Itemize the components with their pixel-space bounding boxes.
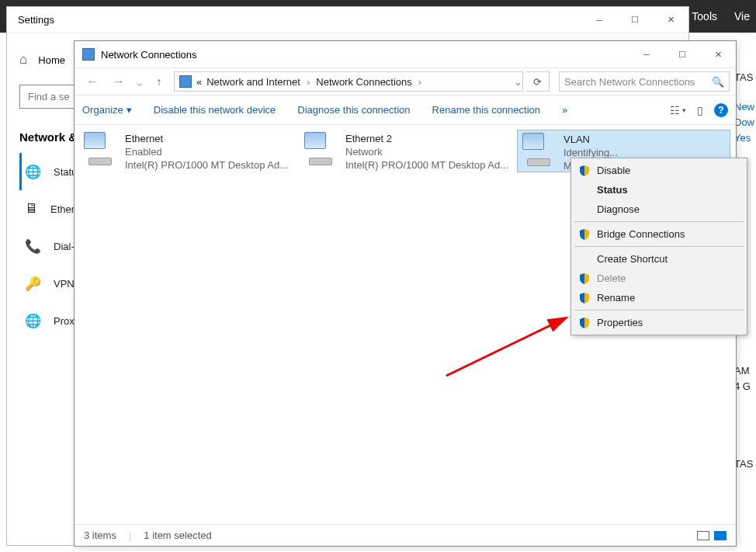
settings-close-button[interactable]: ✕: [653, 8, 688, 33]
preview-pane-button[interactable]: ▯: [697, 104, 703, 116]
ethernet-icon: 🖥: [25, 201, 38, 217]
settings-maximize-button[interactable]: ☐: [617, 8, 653, 33]
home-label: Home: [38, 54, 65, 66]
adapter-icon: [522, 133, 557, 168]
context-menu: Disable Status Diagnose Bridge Connectio…: [570, 158, 747, 335]
shield-icon: [579, 273, 590, 284]
search-input[interactable]: Search Network Connections 🔍: [559, 71, 730, 92]
menu-diagnose[interactable]: Diagnose: [571, 200, 747, 219]
nc-minimize-button[interactable]: ─: [629, 42, 664, 67]
adapter-ethernet2[interactable]: Ethernet 2 Network Intel(R) PRO/1000 MT …: [300, 130, 513, 172]
menu-separator: [574, 221, 744, 222]
nav-back-button[interactable]: ←: [81, 75, 104, 89]
address-bar[interactable]: « Network and Internet › Network Connect…: [174, 71, 523, 92]
adapter-ethernet[interactable]: Ethernet Enabled Intel(R) PRO/1000 MT De…: [79, 130, 293, 172]
nav-up-button[interactable]: ↑: [147, 75, 171, 88]
breadcrumb-segment[interactable]: Network and Internet: [206, 76, 300, 88]
vpn-icon: 🔑: [25, 276, 41, 292]
status-bar: 3 items | 1 item selected: [75, 524, 736, 546]
shield-icon: [579, 229, 590, 240]
search-icon: 🔍: [712, 76, 724, 88]
home-icon: ⌂: [19, 52, 27, 68]
diagnose-connection-button[interactable]: Diagnose this connection: [297, 104, 410, 116]
nav-forward-button[interactable]: →: [107, 75, 130, 89]
window-icon: [82, 48, 95, 61]
menu-disable[interactable]: Disable: [571, 161, 747, 180]
breadcrumb-separator: ›: [307, 76, 310, 88]
more-commands-button[interactable]: »: [562, 104, 567, 116]
window-title: Network Connections: [101, 49, 197, 61]
rename-connection-button[interactable]: Rename this connection: [432, 104, 540, 116]
breadcrumb-separator: ›: [418, 76, 421, 88]
adapter-device: Intel(R) PRO/1000 MT Desktop Ad...: [125, 158, 288, 172]
adapter-name: VLAN: [564, 133, 618, 146]
view-options-button[interactable]: ☷ ▾: [670, 104, 686, 116]
adapter-status: Network: [345, 145, 508, 158]
menu-separator: [574, 310, 744, 311]
item-count: 3 items: [84, 529, 116, 541]
breadcrumb-segment[interactable]: Network Connections: [316, 76, 412, 88]
status-separator: |: [129, 529, 131, 541]
selection-count: 1 item selected: [144, 529, 211, 541]
address-dropdown-icon[interactable]: ⌄: [514, 76, 522, 88]
menu-tools[interactable]: Tools: [692, 10, 717, 23]
settings-title: Settings: [18, 14, 54, 26]
shield-icon: [579, 165, 590, 176]
refresh-button[interactable]: ⟳: [526, 71, 550, 92]
view-details-button[interactable]: [697, 531, 709, 540]
nc-maximize-button[interactable]: ☐: [664, 42, 700, 67]
help-button[interactable]: ?: [714, 103, 728, 117]
adapter-icon: [304, 132, 339, 167]
chevron-down-icon: ▾: [127, 104, 132, 116]
shield-icon: [579, 318, 590, 328]
address-icon: [179, 75, 192, 88]
menu-delete: Delete: [571, 269, 747, 288]
menu-properties[interactable]: Properties: [571, 313, 747, 332]
breadcrumb-pre: «: [196, 76, 202, 88]
adapter-name: Ethernet: [125, 132, 288, 145]
menu-status[interactable]: Status: [571, 180, 747, 200]
menu-separator: [574, 246, 744, 247]
menu-rename[interactable]: Rename: [571, 288, 747, 307]
search-placeholder: Search Network Connections: [564, 76, 695, 88]
adapter-status: Enabled: [125, 145, 288, 158]
nav-history-dropdown[interactable]: ⌄: [134, 75, 144, 89]
adapter-name: Ethernet 2: [345, 132, 508, 145]
status-icon: 🌐: [25, 164, 41, 180]
shield-icon: [579, 293, 590, 304]
sidebar-item-label: VPN: [54, 278, 75, 290]
proxy-icon: 🌐: [25, 313, 41, 329]
menu-bridge[interactable]: Bridge Connections: [571, 224, 747, 244]
nc-close-button[interactable]: ✕: [700, 42, 736, 67]
organize-menu[interactable]: Organize▾: [82, 104, 132, 116]
menu-view[interactable]: Vie: [734, 10, 750, 23]
dialup-icon: 📞: [25, 238, 41, 255]
view-tiles-button[interactable]: [714, 531, 727, 540]
adapter-device: Intel(R) PRO/1000 MT Desktop Ad...: [345, 158, 508, 172]
menu-create-shortcut[interactable]: Create Shortcut: [571, 249, 747, 269]
disable-device-button[interactable]: Disable this network device: [154, 104, 276, 116]
settings-minimize-button[interactable]: ─: [581, 8, 617, 33]
adapter-icon: [84, 132, 119, 167]
